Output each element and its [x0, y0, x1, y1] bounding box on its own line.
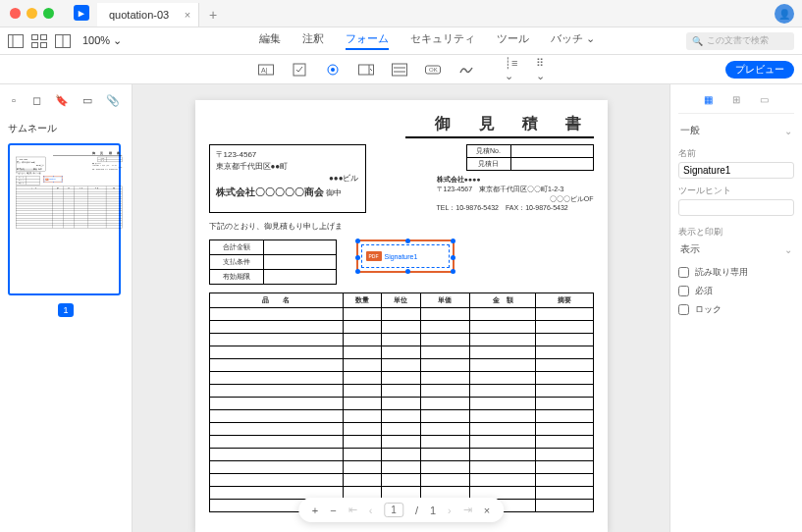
name-label: 名前	[678, 147, 794, 160]
checkbox-tool[interactable]	[291, 62, 308, 78]
menu-annotate[interactable]: 注釈	[302, 31, 324, 50]
addr-bldg: ●●●ビル	[216, 173, 359, 185]
col-qty: 数量	[344, 293, 382, 308]
outline-icon[interactable]: 🔖	[55, 94, 69, 108]
listbox-tool[interactable]	[391, 62, 408, 78]
zoom-in-button[interactable]: +	[312, 505, 318, 516]
resize-handle[interactable]	[62, 180, 63, 181]
combobox-tool[interactable]	[357, 62, 375, 78]
panel-grid-icon[interactable]	[31, 34, 47, 48]
resize-handle[interactable]	[62, 182, 63, 183]
button-tool[interactable]: OK	[424, 62, 442, 78]
pay-label: 支払条件	[209, 255, 263, 270]
section-general[interactable]: 一般 ⌄	[678, 120, 794, 141]
resize-handle[interactable]	[43, 180, 44, 181]
col-price: 単価	[420, 293, 470, 308]
align-tool[interactable]: ┊≡ ⌄	[505, 62, 522, 78]
tab-title: quotation-03	[109, 9, 169, 21]
svg-rect-15	[393, 64, 407, 76]
user-avatar[interactable]: 👤	[775, 4, 794, 24]
quote-meta-table: 見積No. 見積日	[466, 144, 594, 171]
next-page-button[interactable]: ›	[448, 505, 452, 516]
hint-input[interactable]	[678, 199, 794, 216]
signature-field[interactable]: PDF Signature1	[356, 239, 454, 273]
panel-left-icon[interactable]	[8, 34, 24, 48]
resize-handle[interactable]	[62, 176, 63, 177]
signature-field[interactable]: PDF Signature1	[44, 176, 63, 182]
zoom-dropdown[interactable]: 100% ⌄	[82, 34, 122, 47]
totals-table: 合計金額 支払条件 有効期限	[16, 176, 40, 185]
resize-handle[interactable]	[451, 255, 455, 260]
bookmarks-icon[interactable]: ◻	[32, 94, 41, 108]
current-page-input[interactable]: 1	[384, 503, 403, 517]
signature-field-label: Signature1	[49, 179, 55, 180]
tab-close-icon[interactable]: ×	[185, 9, 190, 21]
resize-handle[interactable]	[43, 182, 44, 183]
items-table: 品 名 数量 単位 単価 金 額 摘要	[209, 293, 594, 512]
name-input[interactable]	[678, 162, 794, 179]
first-page-button[interactable]: ⇤	[348, 504, 357, 516]
document-page[interactable]: 御 見 積 書 〒123-4567 東京都千代田区●●町 ●●●ビル 株式会社〇…	[195, 100, 608, 532]
resize-handle[interactable]	[405, 239, 410, 243]
attn: 御中	[38, 168, 42, 170]
resize-handle[interactable]	[355, 239, 360, 243]
zoom-out-button[interactable]: −	[330, 505, 336, 516]
resize-handle[interactable]	[355, 255, 360, 260]
panel-title: サムネール	[8, 122, 124, 135]
addr-city: 東京都千代田区●●町	[216, 161, 359, 173]
document-tab[interactable]: quotation-03 ×	[97, 3, 199, 27]
signature-tool[interactable]	[457, 62, 475, 78]
close-nav-button[interactable]: ×	[484, 505, 490, 516]
resize-handle[interactable]	[451, 269, 455, 274]
menu-batch[interactable]: バッチ ⌄	[551, 31, 595, 50]
search-input[interactable]: 🔍 この文書で検索	[686, 32, 794, 50]
radio-tool[interactable]	[324, 62, 342, 78]
menu-tool[interactable]: ツール	[497, 31, 529, 50]
attn: 御中	[326, 188, 342, 197]
resize-handle[interactable]	[43, 176, 44, 177]
window-zoom[interactable]	[43, 8, 54, 19]
required-checkbox[interactable]: 必須	[678, 285, 794, 297]
locked-label: ロック	[695, 303, 722, 316]
more-tool[interactable]: ⠿ ⌄	[536, 62, 554, 78]
prev-page-button[interactable]: ‹	[369, 505, 373, 516]
resize-handle[interactable]	[53, 176, 54, 177]
page-thumbnail[interactable]: 御 見 積 書 〒123-4567 東京都千代田区●●町 ●●●ビル 株式会社〇…	[8, 143, 121, 295]
resize-handle[interactable]	[405, 269, 410, 274]
valid-label: 有効期限	[209, 270, 263, 285]
qdate-label: 見積日	[466, 158, 510, 171]
section-general-label: 一般	[680, 124, 700, 137]
sender-bldg: 〇〇〇ビルOF	[437, 194, 594, 204]
props-tab-general-icon[interactable]: ▦	[704, 94, 713, 105]
menu-form[interactable]: フォーム	[346, 31, 389, 50]
quote-meta-table: 見積No. 見積日	[98, 157, 123, 162]
panel-split-icon[interactable]	[55, 34, 71, 48]
last-page-button[interactable]: ⇥	[463, 504, 472, 516]
thumbnails-icon[interactable]: ▫	[12, 94, 19, 108]
resize-handle[interactable]	[451, 239, 455, 243]
preview-button[interactable]: プレビュー	[725, 61, 794, 79]
menu-security[interactable]: セキュリティ	[410, 31, 475, 50]
svg-rect-5	[41, 42, 47, 47]
svg-text:A|: A|	[261, 67, 268, 75]
locked-checkbox[interactable]: ロック	[678, 303, 794, 316]
note-text: 下記のとおり、御見積もり申し上げま	[16, 173, 122, 175]
props-tab-appearance-icon[interactable]: ⊞	[732, 94, 740, 105]
display-dropdown[interactable]: 表示 ⌄	[678, 239, 794, 260]
qdate-label: 見積日	[98, 159, 107, 161]
valid-label: 有効期限	[16, 182, 26, 185]
props-tab-actions-icon[interactable]: ▭	[760, 94, 769, 105]
window-close[interactable]	[10, 8, 21, 19]
readonly-checkbox[interactable]: 読み取り専用	[678, 266, 794, 279]
layers-icon[interactable]: ▭	[82, 94, 92, 108]
text-field-tool[interactable]: A|	[257, 62, 275, 78]
window-minimize[interactable]	[27, 8, 37, 19]
attachments-icon[interactable]: 📎	[106, 94, 120, 108]
resize-handle[interactable]	[355, 269, 360, 274]
resize-handle[interactable]	[53, 182, 54, 183]
recipient-address: 〒123-4567 東京都千代田区●●町 ●●●ビル 株式会社〇〇〇〇〇商会 御…	[209, 144, 366, 213]
col-unit: 単位	[382, 293, 420, 308]
new-tab-button[interactable]: +	[199, 3, 227, 27]
svg-rect-4	[32, 42, 38, 47]
menu-edit[interactable]: 編集	[259, 31, 281, 50]
